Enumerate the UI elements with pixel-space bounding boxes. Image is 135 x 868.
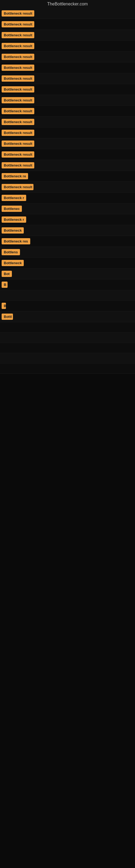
bottleneck-result-badge[interactable]: Bottleneck r [2,195,26,201]
list-item: Bottlenec [0,204,135,214]
list-item [0,290,135,301]
bottleneck-result-badge[interactable]: B [2,282,8,288]
list-item: Bottleneck result [0,84,135,95]
bottleneck-result-badge[interactable]: Bottleneck result [2,130,34,136]
list-item: Bottleneck result [0,127,135,138]
list-item: Bottleneck result [0,8,135,19]
site-title: TheBottlenecker.com [0,0,135,8]
bottleneck-result-badge[interactable]: Bottleneck result [2,54,34,60]
bottleneck-result-badge[interactable]: Bot [2,271,12,277]
list-item: Bottleneck result [0,160,135,171]
list-item: Bottleneck r [0,193,135,204]
list-item: Bottleneck result [0,19,135,30]
list-item: Bottlens [0,247,135,258]
list-item: Bottleneck [0,225,135,236]
list-item: Bottleneck result [0,95,135,106]
list-item: Bottleneck r [0,214,135,225]
bottleneck-result-badge[interactable]: Bottleneck [2,227,24,234]
list-item [0,353,135,364]
bottleneck-result-badge[interactable]: Bottleneck result [2,65,34,71]
list-item: Bottleneck result [0,73,135,84]
bottleneck-result-badge[interactable]: Bottleneck result [2,75,34,82]
bottleneck-result-badge[interactable]: Bottleneck result [2,119,34,125]
bottleneck-result-badge[interactable]: Bottleneck res [2,238,30,244]
bottleneck-result-badge[interactable]: Bottleneck [2,260,24,266]
list-item: Bottleneck result [0,62,135,73]
list-item [0,322,135,333]
list-item: Bottleneck result [0,30,135,41]
list-item: Bottleneck result [0,149,135,160]
list-item: Bottl [0,311,135,322]
list-item [0,333,135,343]
list-item: Bottleneck result [0,41,135,52]
bottleneck-result-badge[interactable]: Bottleneck result [2,141,34,147]
list-item: Bottleneck result [0,52,135,62]
list-item: Bot [0,269,135,279]
list-item: Bottleneck result [0,138,135,149]
list-item: Bottleneck result [0,182,135,193]
bottleneck-result-badge[interactable]: Bottleneck result [2,43,34,49]
bottleneck-result-badge[interactable]: Bottl [2,314,13,320]
list-item: Bottleneck res [0,236,135,247]
list-item [0,343,135,353]
bottleneck-result-badge[interactable]: Bottleneck result [2,10,34,17]
bottleneck-result-badge[interactable]: Bottleneck re [2,173,28,179]
bottleneck-result-badge[interactable]: Bottleneck r [2,216,26,223]
bottleneck-result-badge[interactable]: Bottleneck result [2,151,34,158]
list-item: B [0,301,135,311]
bottleneck-result-badge[interactable]: Bottleneck result [2,184,34,190]
list-item: B [0,279,135,290]
list-item: Bottleneck [0,258,135,269]
bottleneck-result-badge[interactable]: Bottleneck result [2,97,34,103]
bottleneck-result-badge[interactable]: Bottlenec [2,206,22,212]
bottleneck-result-badge[interactable]: Bottleneck result [2,32,34,38]
bottleneck-result-badge[interactable]: Bottleneck result [2,162,34,168]
list-item [0,364,135,374]
list-item: Bottleneck result [0,106,135,117]
list-item: Bottleneck result [0,117,135,127]
list-item: Bottleneck re [0,171,135,182]
bottleneck-result-badge[interactable]: Bottlens [2,249,20,255]
bottleneck-result-badge[interactable]: Bottleneck result [2,86,34,93]
bottleneck-result-badge[interactable]: Bottleneck result [2,21,34,27]
bottleneck-result-badge[interactable]: Bottleneck result [2,108,34,114]
bottleneck-result-badge[interactable]: B [2,303,6,309]
